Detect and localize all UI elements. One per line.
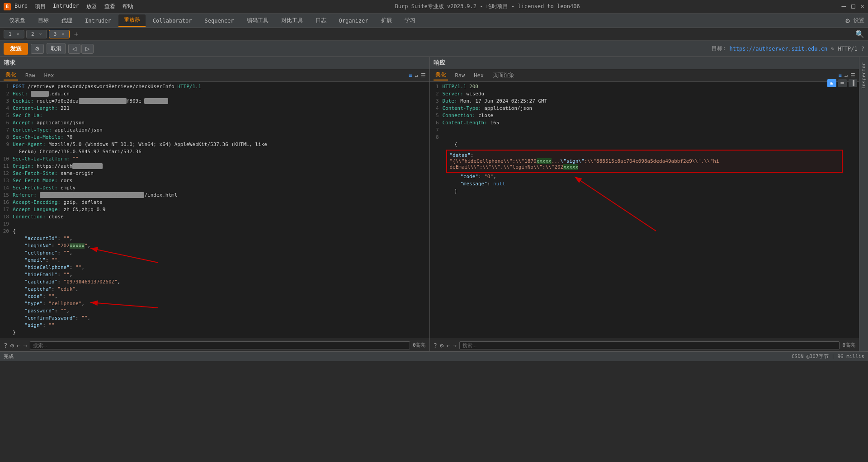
request-search-input[interactable] <box>30 341 410 349</box>
menu-project[interactable]: 项目 <box>35 3 46 10</box>
response-code-area[interactable]: 1 HTTP/1.1 200 2 Server: wisedu 3 Date: … <box>430 82 859 339</box>
nav-tab-proxy[interactable]: 代理 <box>56 15 78 26</box>
request-icon-wrap[interactable]: ↵ <box>415 72 418 79</box>
req-line-7: 7 Content-Type: application/json <box>0 127 429 134</box>
settings-icon[interactable]: ⚙ <box>845 16 850 25</box>
response-highlight-count: 0高亮 <box>842 342 855 349</box>
back-button[interactable]: ◁ <box>68 44 80 54</box>
response-icon-wrap[interactable]: ↵ <box>844 72 848 79</box>
search-icon-nav[interactable]: 🔍 <box>855 30 864 38</box>
view-split-icon[interactable]: ⊞ <box>827 79 836 87</box>
maximize-btn[interactable]: □ <box>851 2 855 11</box>
close-tab-1-icon[interactable]: × <box>16 31 19 37</box>
response-tab-beautify[interactable]: 美化 <box>434 70 448 80</box>
http-version: HTTP/1 <box>838 46 857 52</box>
target-url[interactable]: https://authserver.szit.edu.cn <box>729 46 827 52</box>
toolbar: 发送 ⚙ 取消 ◁ ▷ 目标: https://authserver.szit.… <box>0 41 868 57</box>
response-tab-render[interactable]: 页面渲染 <box>491 71 516 80</box>
edit-target-icon[interactable]: ✎ <box>831 46 834 52</box>
req-line-29: "code": "", <box>0 293 429 301</box>
nav-tab-sequencer[interactable]: Sequencer <box>199 16 240 26</box>
help-icon[interactable]: ? <box>861 46 864 52</box>
nav-arrows: ◁ ▷ <box>68 44 94 54</box>
request-icon-list[interactable]: ≡ <box>409 72 412 79</box>
view-vertical-icon[interactable]: ▐ <box>849 79 857 87</box>
request-tab-raw[interactable]: Raw <box>24 71 37 80</box>
request-header: 请求 <box>0 57 429 69</box>
request-tab-beautify[interactable]: 美化 <box>4 70 18 80</box>
request-code-area[interactable]: 1 POST /retrieve-password/passwordRetrie… <box>0 82 429 339</box>
nav-tab-dashboard[interactable]: 仪表盘 <box>4 15 31 26</box>
req-line-8: 8 Sec-Ch-Ua-Mobile: ?0 <box>0 134 429 141</box>
sub-tab-2[interactable]: 2 × <box>26 30 47 38</box>
nav-tab-logger[interactable]: 日志 <box>310 15 332 26</box>
req-line-24: "email": "", <box>0 257 429 264</box>
response-icon-list[interactable]: ≡ <box>839 72 842 79</box>
req-fwd-icon[interactable]: → <box>23 342 27 349</box>
menu-help[interactable]: 帮助 <box>123 3 133 10</box>
request-tab-hex[interactable]: Hex <box>42 71 56 80</box>
close-btn[interactable]: ✕ <box>861 2 864 11</box>
resp-datas-value2: deEmail\\":\\"\\",\\"loginNo\\":\\"202xx… <box>450 164 840 170</box>
req-line-20: 20 { <box>0 228 429 236</box>
request-tab-icons: ≡ ↵ ☰ <box>409 72 425 79</box>
menu-view[interactable]: 查看 <box>104 3 115 10</box>
resp-settings-icon[interactable]: ⚙ <box>440 342 443 349</box>
req-line-14: 14 Sec-Fetch-Dest: empty <box>0 185 429 192</box>
resp-message-line: "message": null <box>430 181 859 188</box>
resp-line-1: 1 HTTP/1.1 200 <box>430 84 859 91</box>
cancel-button[interactable]: 取消 <box>47 43 66 54</box>
send-button[interactable]: 发送 <box>4 43 28 55</box>
nav-tab-repeater[interactable]: 重放器 <box>118 14 146 27</box>
resp-line-7: 7 <box>430 127 859 134</box>
nav-tab-target[interactable]: 目标 <box>33 15 54 26</box>
forward-button[interactable]: ▷ <box>81 44 94 54</box>
nav-right: ⚙ 设置 <box>845 16 864 25</box>
minimize-btn[interactable]: ─ <box>841 2 846 11</box>
nav-tab-extensions[interactable]: 扩展 <box>376 15 397 26</box>
view-mode-icons: ⊞ ═ ▐ <box>827 79 857 87</box>
nav-tab-collaborator[interactable]: Collaborator <box>147 16 198 26</box>
req-line-32: "confirmPassword": "", <box>0 315 429 322</box>
resp-line-6: 6 Content-Length: 165 <box>430 120 859 127</box>
resp-back-icon[interactable]: ← <box>446 342 450 349</box>
req-line-28: "captcha": "cduk", <box>0 286 429 293</box>
response-tab-hex[interactable]: Hex <box>472 71 486 80</box>
req-line-19: 19 <box>0 221 429 228</box>
response-icon-menu[interactable]: ☰ <box>850 72 855 79</box>
req-line-21: "accountId": "", <box>0 236 429 243</box>
req-line-22: "loginNo": "202xxxxx", <box>0 243 429 250</box>
req-settings-icon[interactable]: ⚙ <box>10 342 14 349</box>
nav-tab-learn[interactable]: 学习 <box>399 15 421 26</box>
resp-help-icon[interactable]: ? <box>434 342 437 349</box>
req-line-4: 4 Content-Length: 221 <box>0 105 429 113</box>
settings-button[interactable]: ⚙ <box>31 44 44 54</box>
req-help-icon[interactable]: ? <box>4 342 7 349</box>
close-tab-3-icon[interactable]: × <box>61 31 65 37</box>
menu-intruder[interactable]: Intruder <box>53 3 79 10</box>
settings-label[interactable]: 设置 <box>854 17 864 24</box>
response-search-input[interactable] <box>459 341 840 349</box>
sub-tab-1[interactable]: 1 × <box>4 30 24 38</box>
resp-code-line: "code": "0", <box>430 174 859 181</box>
view-horizontal-icon[interactable]: ═ <box>838 79 847 87</box>
req-line-5: 5 Sec-Ch-Ua: <box>0 113 429 120</box>
inspector-label[interactable]: Inspector <box>859 61 868 91</box>
add-tab-btn[interactable]: + <box>71 30 81 38</box>
close-tab-2-icon[interactable]: × <box>39 31 42 37</box>
title-bar: B Burp 项目 Intruder 放器 查看 帮助 Burp Suite专业… <box>0 0 868 14</box>
request-icon-menu[interactable]: ☰ <box>421 72 426 79</box>
resp-line-4: 4 Content-Type: application/json <box>430 105 859 113</box>
req-back-icon[interactable]: ← <box>17 342 20 349</box>
sub-tab-3[interactable]: 3 × <box>49 30 70 38</box>
menu-repeater-menu[interactable]: 放器 <box>86 3 97 10</box>
req-line-27: "captchaId": "097904691370260Z", <box>0 279 429 286</box>
menu-burp[interactable]: Burp <box>14 3 28 10</box>
nav-tab-comparer[interactable]: 对比工具 <box>276 15 308 26</box>
nav-tab-organizer[interactable]: Organizer <box>334 16 374 26</box>
nav-tab-intruder[interactable]: Intruder <box>80 16 117 26</box>
nav-tab-decoder[interactable]: 编码工具 <box>241 15 274 26</box>
response-tab-raw[interactable]: Raw <box>453 71 467 80</box>
resp-line-5: 5 Connection: close <box>430 113 859 120</box>
resp-fwd-icon[interactable]: → <box>453 342 457 349</box>
